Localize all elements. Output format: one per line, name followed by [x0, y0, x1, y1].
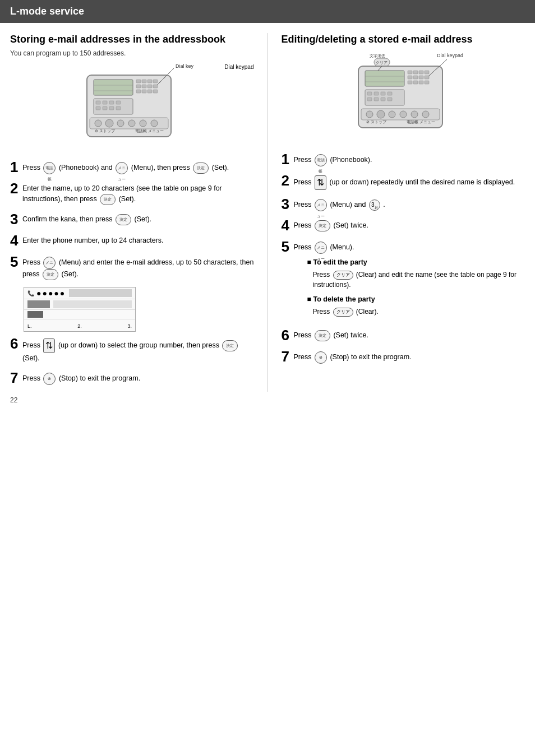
svg-rect-19 — [109, 101, 114, 104]
svg-rect-15 — [153, 90, 158, 93]
left-subtitle: You can program up to 150 addresses. — [10, 49, 254, 57]
left-step-5: 5 Press メニュー (Menu) and enter the e-mail… — [10, 254, 254, 280]
left-step-2: 2 Enter the name, up to 20 characters (s… — [10, 181, 254, 205]
set-btn-3: 決定 — [116, 214, 131, 225]
svg-point-29 — [128, 120, 135, 127]
svg-text:Dial keypad: Dial keypad — [176, 64, 193, 69]
svg-rect-43 — [408, 71, 412, 74]
right-step-7: 7 Press ⊘ (Stop) to exit the program. — [282, 349, 525, 364]
svg-rect-40 — [365, 71, 404, 86]
left-fax-svg: ⊘ ストップ 電話帳 メニュー Dial keypad — [70, 64, 193, 154]
right-fax-svg: 文字消去 クリア — [342, 50, 465, 146]
svg-point-28 — [117, 120, 124, 127]
left-step-3: 3 Confirm the kana, then press 決定 (Set). — [10, 212, 254, 226]
stop-btn-left: ⊘ — [43, 373, 56, 385]
svg-rect-49 — [419, 76, 423, 79]
svg-rect-18 — [103, 101, 107, 104]
svg-rect-53 — [419, 81, 423, 84]
right-step-5: 5 Press メニュー (Menu). ■ To edit the party… — [282, 239, 525, 321]
svg-rect-12 — [136, 90, 141, 93]
edit-delete-options: ■ To edit the party Press クリア (Clear) an… — [307, 257, 525, 317]
arrow-updown-btn-r: ⇅ — [315, 175, 326, 190]
svg-rect-60 — [367, 98, 372, 101]
menu-btn: メニュー — [116, 162, 128, 174]
stop-btn-right: ⊘ — [315, 351, 327, 364]
svg-text:Dial keypad: Dial keypad — [437, 53, 463, 58]
phonebook-btn: 電話帳 — [43, 162, 56, 174]
svg-rect-14 — [147, 90, 152, 93]
menu-btn-r5: メニュー — [315, 242, 327, 254]
clear-btn-delete: クリア — [333, 308, 353, 317]
svg-point-31 — [151, 120, 158, 127]
to-edit-title: ■ To edit the party — [307, 257, 525, 268]
svg-point-30 — [140, 120, 146, 127]
left-step-4: 4 Enter the phone number, up to 24 chara… — [10, 233, 254, 248]
svg-rect-7 — [153, 80, 158, 83]
svg-point-69 — [411, 111, 418, 118]
left-step-7: 7 Press ⊘ (Stop) to exit the program. — [10, 370, 254, 385]
set-btn-2: 決定 — [100, 194, 116, 205]
svg-text:⊘ ストップ: ⊘ ストップ — [366, 120, 387, 124]
svg-rect-57 — [374, 92, 379, 95]
svg-point-67 — [389, 111, 395, 118]
svg-rect-8 — [136, 85, 141, 88]
page-title: L-mode service — [10, 6, 84, 17]
svg-rect-6 — [147, 80, 152, 83]
clear-btn-edit: クリア — [333, 271, 353, 280]
svg-rect-1 — [94, 80, 133, 95]
svg-rect-11 — [153, 85, 158, 88]
header-bar: L-mode service — [0, 0, 535, 23]
svg-rect-23 — [109, 106, 114, 110]
svg-point-27 — [105, 119, 113, 127]
left-dial-keypad-label: Dial keypad — [224, 64, 253, 70]
right-device-diagram: 文字消去 クリア — [282, 50, 525, 147]
page-number: 22 — [0, 392, 535, 409]
svg-rect-47 — [408, 76, 412, 79]
svg-rect-62 — [381, 98, 385, 101]
step1-press: Press — [22, 164, 42, 172]
svg-rect-61 — [374, 98, 379, 101]
svg-rect-56 — [367, 92, 372, 95]
svg-rect-59 — [388, 92, 392, 95]
left-step-1: 1 Press 電話帳 (Phonebook) and メニュー (Menu),… — [10, 160, 254, 174]
svg-text:電話帳 メニュー: 電話帳 メニュー — [407, 120, 435, 124]
svg-text:文字消去: 文字消去 — [370, 54, 385, 58]
svg-point-26 — [95, 120, 102, 127]
svg-text:⊘ ストップ: ⊘ ストップ — [95, 129, 116, 133]
svg-rect-9 — [142, 85, 146, 88]
to-delete-content: Press クリア (Clear). — [313, 307, 525, 317]
to-edit-party: ■ To edit the party Press クリア (Clear) an… — [307, 257, 525, 290]
svg-rect-20 — [116, 101, 121, 104]
menu-btn-5: メニュー — [43, 257, 56, 269]
set-btn-5: 決定 — [43, 269, 58, 280]
set-btn: 決定 — [193, 163, 209, 174]
svg-text:電話帳 メニュー: 電話帳 メニュー — [135, 129, 164, 133]
svg-rect-44 — [413, 71, 418, 74]
right-step-3: 3 Press メニュー (Menu) and 3お . — [282, 197, 525, 211]
svg-point-66 — [377, 110, 385, 118]
svg-rect-46 — [425, 71, 429, 74]
svg-rect-5 — [142, 80, 146, 83]
set-btn-6: 決定 — [222, 340, 238, 351]
left-step-6: 6 Press ⇅ (up or down) to select the gro… — [10, 336, 254, 364]
svg-point-65 — [366, 111, 373, 118]
svg-rect-58 — [381, 92, 385, 95]
right-step-2: 2 Press ⇅ (up or down) repeatedly until … — [282, 173, 525, 190]
menu-btn-r3: メニュー — [315, 199, 327, 211]
set-btn-r6: 決定 — [315, 330, 330, 341]
right-step-6: 6 Press 決定 (Set) twice. — [282, 328, 525, 342]
svg-rect-48 — [413, 76, 418, 79]
svg-point-68 — [400, 111, 407, 118]
svg-rect-21 — [96, 106, 100, 110]
svg-rect-10 — [147, 85, 152, 88]
svg-rect-52 — [413, 81, 418, 84]
svg-rect-54 — [425, 81, 429, 84]
svg-rect-50 — [425, 76, 429, 79]
svg-rect-24 — [116, 106, 121, 110]
screen-preview: 📞 ●●●●● L. 2. 3. — [24, 287, 136, 332]
right-step-4: 4 Press 決定 (Set) twice. — [282, 218, 525, 233]
left-section: Storing e-mail addresses in the addressb… — [10, 33, 268, 392]
right-step-1: 1 Press 電話帳 (Phonebook). — [282, 152, 525, 166]
svg-rect-17 — [96, 101, 100, 104]
left-device-diagram: Dial keypad — [10, 64, 254, 155]
